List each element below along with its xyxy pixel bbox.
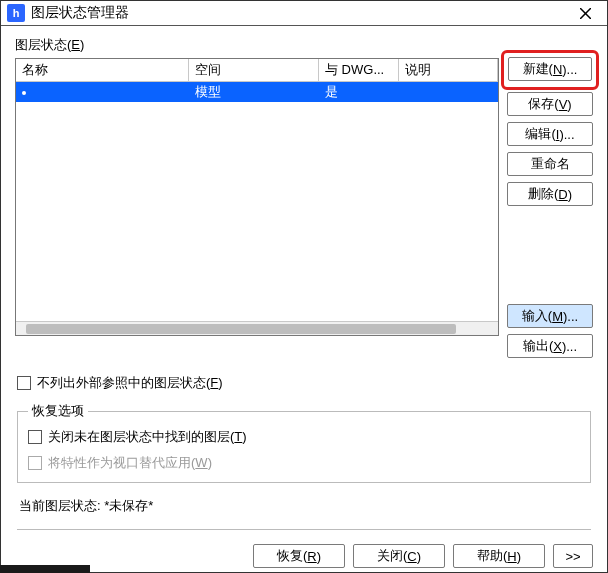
restore-options-group: 恢复选项 关闭未在图层状态中找到的图层(T) 将特性作为视口替代应用(W) — [17, 402, 591, 483]
close-button[interactable] — [569, 1, 601, 25]
hide-xref-row[interactable]: 不列出外部参照中的图层状态(F) — [17, 374, 591, 392]
window-title: 图层状态管理器 — [31, 4, 569, 22]
help-button[interactable]: 帮助(H) — [453, 544, 545, 568]
table-row[interactable]: 模型 是 — [16, 82, 498, 102]
cell-dwg: 是 — [319, 82, 399, 103]
col-desc[interactable]: 说明 — [399, 59, 498, 81]
col-dwg[interactable]: 与 DWG... — [319, 59, 399, 81]
separator — [17, 529, 591, 530]
cell-name — [16, 83, 189, 102]
new-button[interactable]: 新建(N)... — [508, 57, 592, 81]
taskbar-peek — [0, 565, 90, 573]
app-icon: h — [7, 4, 25, 22]
current-state-label: 当前图层状态: — [19, 498, 104, 513]
hide-xref-checkbox[interactable] — [17, 376, 31, 390]
table-body[interactable]: 模型 是 — [16, 82, 498, 321]
restore-button[interactable]: 恢复(R) — [253, 544, 345, 568]
edit-button[interactable]: 编辑(I)... — [507, 122, 593, 146]
apply-viewport-checkbox — [28, 456, 42, 470]
horizontal-scrollbar[interactable] — [16, 321, 498, 335]
close-unfound-checkbox[interactable] — [28, 430, 42, 444]
current-state: 当前图层状态: *未保存* — [17, 493, 591, 515]
close-dialog-button[interactable]: 关闭(C) — [353, 544, 445, 568]
layer-states-table[interactable]: 名称 空间 与 DWG... 说明 模型 是 — [15, 58, 499, 336]
close-unfound-label: 关闭未在图层状态中找到的图层(T) — [48, 428, 247, 446]
annotation-highlight: 新建(N)... — [501, 50, 599, 90]
scrollbar-thumb[interactable] — [26, 324, 456, 334]
col-space[interactable]: 空间 — [189, 59, 319, 81]
col-name[interactable]: 名称 — [16, 59, 189, 81]
cell-desc — [399, 90, 498, 94]
export-button[interactable]: 输出(X)... — [507, 334, 593, 358]
apply-viewport-label: 将特性作为视口替代应用(W) — [48, 454, 212, 472]
bottom-bar: 恢复(R) 关闭(C) 帮助(H) >> — [7, 538, 601, 573]
rename-button[interactable]: 重命名 — [507, 152, 593, 176]
hide-xref-label: 不列出外部参照中的图层状态(F) — [37, 374, 223, 392]
restore-options-legend: 恢复选项 — [28, 402, 88, 420]
close-icon — [580, 8, 591, 19]
apply-viewport-row: 将特性作为视口替代应用(W) — [28, 454, 580, 472]
row-indicator-icon — [22, 91, 26, 95]
save-button[interactable]: 保存(V) — [507, 92, 593, 116]
more-button[interactable]: >> — [553, 544, 593, 568]
titlebar: h 图层状态管理器 — [1, 1, 607, 26]
close-unfound-row[interactable]: 关闭未在图层状态中找到的图层(T) — [28, 428, 580, 446]
table-header: 名称 空间 与 DWG... 说明 — [16, 59, 498, 82]
cell-space: 模型 — [189, 82, 319, 103]
side-buttons: 新建(N)... 保存(V) 编辑(I)... 重命名 删除(D) 输入(M).… — [507, 58, 593, 364]
current-state-value: *未保存* — [104, 498, 153, 513]
delete-button[interactable]: 删除(D) — [507, 182, 593, 206]
import-button[interactable]: 输入(M)... — [507, 304, 593, 328]
